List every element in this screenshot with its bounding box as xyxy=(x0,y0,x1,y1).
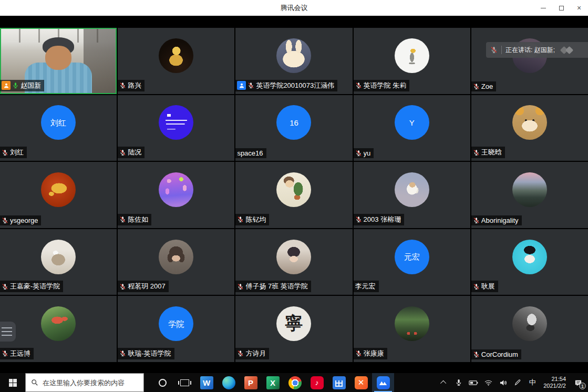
participant-label: 2003 张榕珊 xyxy=(354,214,405,225)
start-button[interactable] xyxy=(0,373,25,392)
taskbar-app-tencent-meeting[interactable] xyxy=(372,373,394,392)
participant-grid: 赵国新 路兴 英语学院20010073江涵伟 xyxy=(0,28,588,362)
participant-tile[interactable]: 王晓晗 xyxy=(471,95,588,161)
chevron-up-icon xyxy=(440,380,446,386)
taskbar-app-edge[interactable] xyxy=(218,373,240,392)
participant-label: space16 xyxy=(235,148,266,158)
participant-name: 傅子扬 7班 英语学院 xyxy=(245,282,307,291)
participant-label: 陈钇均 xyxy=(235,214,269,225)
participant-tile[interactable]: 程茗玥 2007 xyxy=(118,229,234,295)
participant-avatar xyxy=(395,38,429,73)
search-input[interactable] xyxy=(43,379,132,387)
tray-expand-button[interactable] xyxy=(437,373,451,392)
participant-label: Aborinigality xyxy=(471,215,522,225)
participant-avatar xyxy=(395,172,429,207)
participant-tile[interactable]: 元宏 李元宏 xyxy=(354,229,470,295)
participant-tile[interactable]: 路兴 xyxy=(118,28,234,94)
participant-name: 陆况 xyxy=(128,148,141,157)
taskbar-app-calendar[interactable] xyxy=(328,373,350,392)
participant-label: 陈佐如 xyxy=(118,214,151,225)
participant-label: 英语学院 朱莉 xyxy=(354,80,410,91)
participant-tile[interactable]: 傅子扬 7班 英语学院 xyxy=(235,229,352,295)
participant-name: Aborinigality xyxy=(481,216,519,224)
cortana-button[interactable] xyxy=(151,373,173,392)
participant-tile[interactable]: 陈钇均 xyxy=(235,162,352,228)
muted-mic-icon xyxy=(119,149,126,156)
participant-list-toggle[interactable] xyxy=(0,322,16,342)
participant-tile[interactable]: 寧 方诗月 xyxy=(235,296,352,362)
participant-avatar xyxy=(41,306,76,341)
tray-battery[interactable] xyxy=(467,373,480,392)
participant-tile[interactable]: 学院 耿瑞-英语学院 xyxy=(118,296,234,362)
task-view-button[interactable] xyxy=(173,373,195,392)
taskbar-search[interactable] xyxy=(25,373,144,392)
participant-name: 陈佐如 xyxy=(128,215,148,224)
battery-icon xyxy=(469,380,478,386)
participant-avatar xyxy=(512,306,547,341)
muted-mic-icon xyxy=(237,350,244,357)
desktop-screen: 腾讯会议 × 赵国新 路兴 xyxy=(0,0,588,392)
muted-mic-icon xyxy=(355,150,362,157)
edge-icon xyxy=(222,376,235,389)
participant-avatar xyxy=(276,172,311,207)
volume-icon xyxy=(499,379,507,386)
muted-mic-icon xyxy=(2,149,8,156)
participant-tile[interactable]: 陆况 xyxy=(118,95,234,161)
participant-tile[interactable]: 2003 张榕珊 xyxy=(354,162,470,228)
participant-tile[interactable]: ysgeorge xyxy=(0,162,117,228)
excel-icon: X xyxy=(266,376,280,389)
muted-mic-icon xyxy=(2,217,8,224)
participant-tile[interactable]: Y yu xyxy=(354,95,470,161)
tray-microphone[interactable] xyxy=(452,373,466,392)
taskbar-app-powerpoint[interactable]: P xyxy=(240,373,262,392)
participant-label: 方诗月 xyxy=(235,348,269,359)
participant-avatar xyxy=(512,105,547,140)
taskbar-app-chrome[interactable] xyxy=(284,373,306,392)
action-center-button[interactable]: 1 xyxy=(570,373,586,392)
participant-tile[interactable]: 王远博 xyxy=(0,296,117,362)
participant-tile[interactable]: 刘红 刘红 xyxy=(0,95,117,161)
participant-name: 王晓晗 xyxy=(481,148,502,157)
participant-name: 英语学院20010073江涵伟 xyxy=(256,81,334,90)
participant-tile[interactable]: 陈佐如 xyxy=(118,162,234,228)
tray-volume[interactable] xyxy=(496,373,510,392)
task-view-icon xyxy=(180,379,189,386)
participant-avatar xyxy=(276,240,311,274)
participant-label: 王晓晗 xyxy=(471,147,505,158)
taskbar-app-excel[interactable]: X xyxy=(262,373,284,392)
participant-tile[interactable]: CorCordium xyxy=(471,296,588,362)
participant-tile[interactable]: 张康康 xyxy=(354,296,470,362)
muted-mic-icon xyxy=(119,216,126,223)
participant-label: 王远博 xyxy=(0,348,34,359)
participant-tile[interactable]: 王嘉豪-英语学院 xyxy=(0,229,117,295)
participant-name: 耿展 xyxy=(481,282,495,291)
participant-tile[interactable]: 16 space16 xyxy=(235,95,352,161)
participant-name: ysgeorge xyxy=(10,216,38,224)
pen-icon xyxy=(514,379,521,386)
participant-tile[interactable]: Zoe xyxy=(471,28,588,94)
participant-label: Zoe xyxy=(471,81,496,91)
tray-clock[interactable]: 21:54 2021/2/2 xyxy=(540,376,569,389)
participant-label: 路兴 xyxy=(118,80,145,91)
list-icon xyxy=(2,327,12,336)
tray-ime[interactable]: 中 xyxy=(525,373,539,392)
word-icon: W xyxy=(200,376,213,389)
participant-tile[interactable]: 耿展 xyxy=(471,229,588,295)
meeting-logo-icon xyxy=(560,46,575,54)
taskbar-app-word[interactable]: W xyxy=(195,373,218,392)
notification-count-badge: 1 xyxy=(579,383,586,389)
taskbar-app-xmind[interactable]: ✕ xyxy=(350,373,372,392)
participant-name: 刘红 xyxy=(10,148,24,157)
tray-pen[interactable] xyxy=(511,373,524,392)
taskbar-app-netease-music[interactable]: ♪ xyxy=(306,373,328,392)
participant-tile[interactable]: 赵国新 xyxy=(0,28,117,94)
participant-name: 耿瑞-英语学院 xyxy=(128,349,171,358)
participant-tile[interactable]: 英语学院 朱莉 xyxy=(354,28,470,94)
windows-taskbar: W P X ♪ ✕ xyxy=(0,373,588,392)
participant-tile[interactable]: Aborinigality xyxy=(471,162,588,228)
participant-name: space16 xyxy=(237,149,263,157)
tray-wifi[interactable] xyxy=(481,373,495,392)
participant-name: 陈钇均 xyxy=(245,215,266,224)
participant-tile[interactable]: 英语学院20010073江涵伟 xyxy=(235,28,352,94)
participant-name: 赵国新 xyxy=(20,81,41,90)
